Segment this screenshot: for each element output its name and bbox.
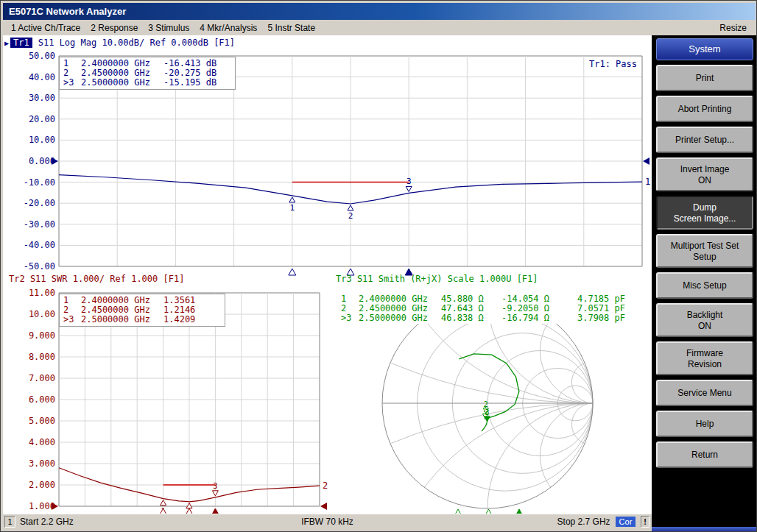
statusbar: 1 Start 2.2 GHz IFBW 70 kHz Stop 2.7 GHz…	[3, 514, 652, 528]
statusbar-right-group: Stop 2.7 GHz Cor !	[557, 516, 652, 528]
window-titlebar[interactable]: E5071C Network Analyzer	[3, 3, 756, 20]
menu-item-mkr-analysis[interactable]: 4 Mkr/Analysis	[194, 21, 262, 35]
softkey-label: Backlight	[687, 310, 723, 320]
y-axis-tick-label: 0.000	[29, 156, 55, 166]
y-axis-tick-label: 5.000	[29, 416, 55, 426]
y-axis-tick-label: 50.00	[29, 51, 55, 61]
marker-readout-row: >32.5000000 GHz1.4209	[63, 315, 225, 324]
active-trace-indicator-icon: ▶	[4, 39, 9, 47]
softkey-multiport-test-set-setup[interactable]: Multiport Test SetSetup	[656, 234, 753, 268]
menu-item-active-ch-trace[interactable]: 1 Active Ch/Trace	[6, 21, 85, 35]
softkey-misc-setup[interactable]: Misc Setup	[656, 272, 753, 299]
menu-item-resize[interactable]: Resize	[714, 21, 753, 35]
marker-symbol[interactable]	[406, 186, 412, 191]
analyzer-display: 50.0040.0030.0020.0010.000.000-10.00-20.…	[3, 35, 652, 514]
softkey-buttons: PrintAbort PrintingPrinter Setup...Inver…	[656, 65, 753, 468]
y-axis-tick-label: 10.00	[29, 135, 55, 145]
y-axis-tick-label: 3.000	[29, 458, 55, 469]
marker-readout-row: >32.5000000 GHz46.838 Ω-16.794 Ω3.7908 p…	[341, 313, 641, 323]
menu-items: 1 Active Ch/Trace2 Response3 Stimulus4 M…	[6, 23, 320, 33]
softkey-service-menu[interactable]: Service Menu	[656, 380, 753, 406]
softkey-label: Help	[696, 419, 714, 429]
marker-freq: 2.5000000 GHz	[359, 313, 441, 323]
softkey-backlight[interactable]: BacklightON	[656, 303, 753, 337]
softkey-label: Invert Image	[680, 164, 730, 174]
softkey-abort-printing[interactable]: Abort Printing	[656, 96, 753, 122]
softkey-label: Setup	[693, 252, 716, 262]
smith-reactance-arc	[66, 403, 652, 514]
y-axis-tick-label: 6.000	[29, 394, 55, 405]
tr1-badge[interactable]: Tr1	[10, 38, 32, 48]
marker-x: -16.794 Ω	[501, 313, 566, 323]
marker-symbol[interactable]	[212, 491, 218, 496]
softkey-label: Revision	[688, 359, 722, 369]
marker-number: 1	[289, 203, 295, 213]
y-axis-tick-label: -10.00	[24, 177, 55, 188]
marker-symbol[interactable]	[289, 197, 295, 202]
y-axis-tick-label: 20.00	[29, 114, 55, 124]
y-axis-tick-label: 8.000	[29, 352, 55, 362]
softkey-label: Abort Printing	[678, 104, 732, 114]
ifbw-indicator: IFBW 70 kHz	[301, 517, 353, 527]
tr2-header[interactable]: Tr2 S11 SWR 1.000/ Ref 1.000 [F1]	[9, 274, 184, 284]
y-axis-tick-label: 2.000	[29, 480, 55, 490]
softkey-help[interactable]: Help	[656, 411, 753, 437]
tr1-header: ▶ Tr1 S11 Log Mag 10.00dB/ Ref 0.000dB […	[4, 38, 235, 48]
stimulus-marker-icon	[211, 508, 219, 514]
marker-symbol[interactable]	[186, 503, 192, 508]
softkey-invert-image[interactable]: Invert ImageON	[656, 157, 753, 191]
y-axis-tick-label: 7.000	[29, 373, 55, 383]
y-axis-tick-label: 10.00	[29, 309, 55, 319]
tr3-smith-trace	[459, 354, 519, 431]
marker-symbol[interactable]	[348, 205, 353, 210]
softkey-label: Dump	[693, 202, 716, 213]
trace-number-label: 2	[323, 480, 328, 491]
smith-reactance-arc	[382, 403, 652, 514]
start-frequency: Start 2.2 GHz	[20, 517, 74, 527]
softkey-dump-screen-image[interactable]: DumpScreen Image...	[656, 196, 753, 230]
tr1-limit-result: Tr1: Pass	[589, 59, 637, 69]
y-axis-tick-label: -20.00	[24, 198, 55, 208]
marker-symbol[interactable]	[161, 500, 166, 506]
softkey-return[interactable]: Return	[656, 441, 753, 468]
menu-item-response[interactable]: 2 Response	[85, 21, 143, 35]
tr2-marker-readout: 12.4000000 GHz1.356122.4500000 GHz1.2146…	[59, 294, 225, 327]
smith-reactance-arc	[382, 35, 652, 403]
tr1-title: S11 Log Mag 10.00dB/ Ref 0.000dB [F1]	[38, 38, 235, 48]
softkey-label: ON	[698, 321, 711, 331]
stop-frequency: Stop 2.7 GHz	[557, 517, 610, 527]
smith-reactance-arc	[66, 35, 652, 403]
marker-label: >3	[63, 78, 81, 88]
y-axis-tick-label: 9.000	[29, 330, 55, 341]
softkey-label: Return	[691, 450, 718, 460]
tr3-header[interactable]: Tr3 S11 Smith (R+jX) Scale 1.000U [F1]	[336, 274, 538, 284]
marker-number: 2	[484, 400, 488, 408]
softkey-label: Screen Image...	[674, 213, 736, 224]
softkey-menu-title: System	[656, 38, 753, 60]
softkey-menu: System PrintAbort PrintingPrinter Setup.…	[652, 35, 757, 532]
marker-label: >3	[341, 313, 359, 323]
menu-item-stimulus[interactable]: 3 Stimulus	[143, 21, 194, 35]
marker-label: >3	[63, 315, 81, 324]
softkey-firmware-revision[interactable]: FirmwareRevision	[656, 341, 753, 375]
marker-value: -15.195 dB	[163, 78, 216, 88]
trace-number-label: 1	[645, 177, 650, 187]
marker-freq: 2.5000000 GHz	[81, 315, 163, 324]
softkey-label: Service Menu	[677, 388, 731, 398]
menu-item-instr-state[interactable]: 5 Instr State	[262, 21, 320, 35]
tr3-marker-readout: 12.4000000 GHz45.880 Ω-14.054 Ω4.7185 pF…	[338, 294, 641, 324]
softkey-printer-setup[interactable]: Printer Setup...	[656, 127, 753, 153]
alert-indicator: !	[641, 516, 649, 528]
y-axis-tick-label: 4.000	[29, 437, 55, 447]
y-axis-tick-label: 11.00	[29, 288, 55, 298]
softkey-print[interactable]: Print	[656, 65, 753, 91]
tr1-marker-readout: 12.4000000 GHz-16.413 dB22.4500000 GHz-2…	[59, 57, 236, 90]
marker-c: 3.7908 pF	[566, 313, 625, 323]
smith-reactance-arc	[541, 403, 646, 508]
y-axis-tick-label: -50.00	[24, 261, 55, 272]
correction-badge: Cor	[616, 517, 636, 527]
ref-level-indicator-icon	[320, 503, 327, 510]
softkey-label: Multiport Test Set	[671, 241, 739, 251]
y-axis-tick-label: -30.00	[24, 219, 55, 230]
marker-r: 46.838 Ω	[441, 313, 501, 323]
